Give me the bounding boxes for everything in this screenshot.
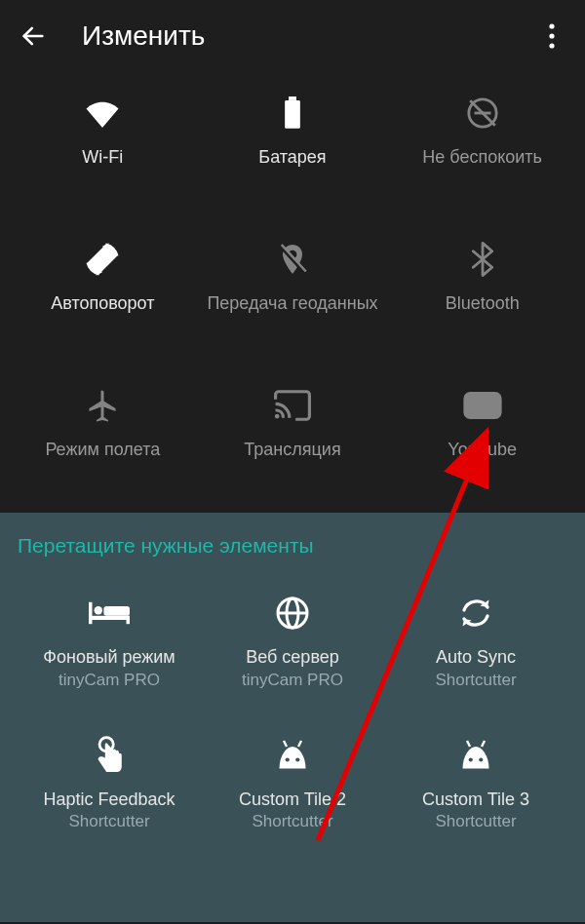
sync-icon (455, 593, 496, 634)
tile-sublabel: tinyCam PRO (242, 671, 343, 690)
tile-location[interactable]: Передача геоданных (198, 240, 388, 337)
tile-label: Custom Tile 3 (422, 789, 529, 811)
svg-point-2 (549, 33, 554, 38)
page-title: Изменить (82, 20, 538, 52)
airplane-icon (83, 386, 122, 425)
svg-point-1 (549, 23, 554, 28)
svg-rect-20 (89, 616, 130, 620)
svg-point-15 (275, 414, 280, 419)
do-not-disturb-icon (463, 94, 502, 133)
tile-sublabel: tinyCam PRO (58, 671, 160, 690)
svg-point-18 (95, 606, 102, 614)
tile-label: Передача геоданных (207, 292, 377, 315)
available-tile-webserver[interactable]: Веб сервер tinyCam PRO (201, 593, 384, 690)
touch-icon (89, 735, 130, 776)
wifi-icon (83, 94, 122, 133)
tile-label: Auto Sync (436, 647, 516, 669)
svg-rect-5 (285, 100, 300, 129)
tile-airplane[interactable]: Режим полета (8, 386, 198, 483)
svg-point-29 (295, 757, 299, 761)
available-tile-haptic[interactable]: Haptic Feedback Shortcutter (18, 735, 201, 832)
tile-sublabel: Shortcutter (435, 671, 516, 690)
svg-rect-17 (89, 602, 93, 624)
tile-label: Трансляция (244, 439, 340, 461)
svg-line-8 (470, 100, 495, 126)
tile-bluetooth[interactable]: Bluetooth (387, 240, 577, 337)
cast-icon (273, 386, 312, 425)
tile-label: Bluetooth (446, 292, 520, 315)
tile-sublabel: Shortcutter (435, 812, 516, 831)
available-tiles-grid: Фоновый режим tinyCam PRO Веб сервер tin… (18, 593, 567, 831)
globe-icon (272, 593, 313, 634)
tile-sublabel: Shortcutter (252, 812, 332, 831)
available-tile-background[interactable]: Фоновый режим tinyCam PRO (18, 593, 201, 690)
svg-line-31 (482, 741, 485, 747)
svg-point-33 (479, 757, 483, 761)
more-icon[interactable] (538, 22, 566, 50)
tile-label: Не беспокоить (422, 146, 542, 169)
available-tile-autosync[interactable]: Auto Sync Shortcutter (384, 593, 567, 690)
location-off-icon (273, 240, 312, 279)
svg-line-27 (298, 741, 301, 747)
svg-point-28 (286, 757, 290, 761)
tile-wifi[interactable]: Wi-Fi (8, 94, 198, 191)
bluetooth-icon (463, 240, 502, 279)
youtube-icon (463, 386, 502, 425)
tile-label: Режим полета (45, 439, 160, 461)
svg-point-3 (549, 43, 554, 48)
android-icon (455, 735, 496, 776)
active-tiles-grid: Wi-Fi Батарея Не беспокоить Автоповорот … (0, 70, 585, 513)
bed-icon (89, 593, 130, 634)
available-tile-custom3[interactable]: Custom Tile 3 Shortcutter (384, 735, 567, 832)
svg-line-26 (284, 741, 287, 747)
svg-rect-21 (127, 616, 131, 624)
back-icon[interactable] (20, 22, 47, 50)
tile-label: Фоновый режим (43, 647, 176, 669)
autorotate-icon (83, 240, 122, 279)
tile-label: Веб сервер (246, 647, 339, 669)
svg-rect-4 (289, 96, 296, 100)
android-icon (272, 735, 313, 776)
tile-battery[interactable]: Батарея (198, 94, 388, 191)
tile-label: YouTube (448, 439, 517, 461)
svg-line-30 (467, 741, 470, 747)
available-tile-custom2[interactable]: Custom Tile 2 Shortcutter (201, 735, 384, 832)
tile-label: Автоповорот (51, 292, 154, 315)
tile-sublabel: Shortcutter (68, 812, 149, 831)
drag-hint: Перетащите нужные элементы (18, 534, 567, 558)
battery-icon (273, 94, 312, 133)
tile-label: Custom Tile 2 (239, 789, 346, 811)
tile-cast[interactable]: Трансляция (198, 386, 388, 483)
header: Изменить (0, 0, 585, 70)
available-tiles-section: Перетащите нужные элементы Фоновый режим… (0, 513, 585, 922)
svg-rect-19 (103, 606, 130, 616)
tile-dnd[interactable]: Не беспокоить (387, 94, 577, 191)
tile-label: Haptic Feedback (43, 789, 175, 811)
svg-point-32 (469, 757, 473, 761)
tile-label: Wi-Fi (82, 146, 123, 169)
tile-youtube[interactable]: YouTube (387, 386, 577, 483)
tile-autorotate[interactable]: Автоповорот (8, 240, 198, 337)
svg-rect-16 (463, 392, 501, 419)
tile-label: Батарея (258, 146, 326, 169)
